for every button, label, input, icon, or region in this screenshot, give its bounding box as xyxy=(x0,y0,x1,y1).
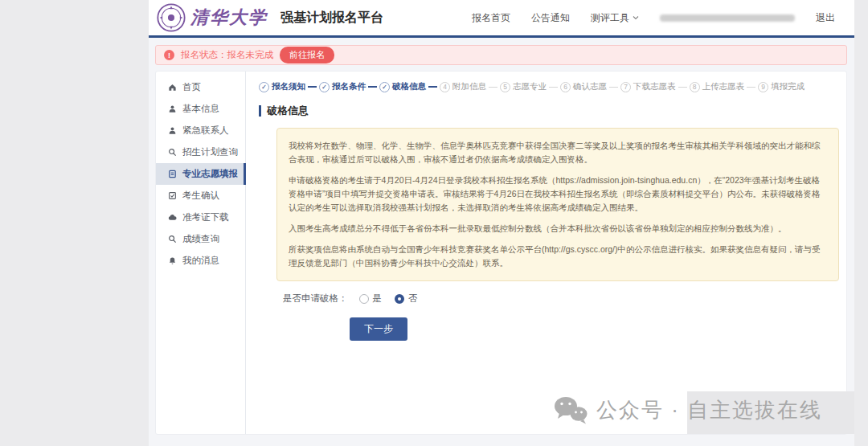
nav-assessment-tools[interactable]: 测评工具 xyxy=(591,11,639,25)
step-label: 破格信息 xyxy=(392,81,426,92)
step-8: 8上传志愿表 xyxy=(690,81,745,92)
step-label: 填报完成 xyxy=(771,81,805,92)
step-label: 志愿专业 xyxy=(513,81,547,92)
radio-unselected-icon[interactable] xyxy=(359,294,369,304)
step-connector xyxy=(308,86,317,88)
step-number: 6 xyxy=(560,82,571,92)
step-6: 6确认志愿 xyxy=(560,81,607,92)
step-9: 9填报完成 xyxy=(758,81,805,92)
step-connector xyxy=(428,86,437,88)
sidebar-item-emergency-contact[interactable]: 紧急联系人 xyxy=(156,120,245,141)
header-nav: 报名首页 公告通知 测评工具 退出 xyxy=(472,11,835,25)
user-name-redacted xyxy=(660,14,795,22)
step-label: 报名条件 xyxy=(332,81,366,92)
sidebar-item-label: 基本信息 xyxy=(182,103,219,115)
notice-paragraph: 申请破格资格的考生请于4月20日-4月24日登录我校本科招生报名系统（https… xyxy=(289,174,827,215)
step-connector xyxy=(489,87,497,88)
chevron-down-icon xyxy=(633,15,639,20)
sidebar-item-label: 考生确认 xyxy=(182,190,219,202)
section-title-bar xyxy=(259,105,261,117)
watermark-backdrop xyxy=(687,391,854,434)
platform-title: 强基计划报名平台 xyxy=(280,10,383,27)
radio-selected-icon[interactable] xyxy=(395,294,404,304)
step-1: ✓报名须知 xyxy=(259,81,305,92)
notice-box: 我校将对在数学、物理、化学、生物学、信息学奥林匹克竞赛中获得全国决赛二等奖及以上… xyxy=(276,128,839,281)
step-connector xyxy=(609,87,618,88)
sidebar-item-label: 紧急联系人 xyxy=(182,125,229,137)
radio-option-yes[interactable]: 是 xyxy=(359,293,383,305)
exception-question-row: 是否申请破格： 是 否 xyxy=(283,293,839,305)
step-4: 4附加信息 xyxy=(440,81,486,92)
step-number: 4 xyxy=(440,82,450,92)
sidebar-item-label: 首页 xyxy=(182,81,201,93)
section-title: 破格信息 xyxy=(259,104,839,118)
sidebar: 首页 基本信息 紧急联系人 招生计划查询 专业志愿填报 考生确认 xyxy=(156,72,246,434)
sidebar-item-ticket-download[interactable]: 准考证下载 xyxy=(156,207,245,228)
sidebar-item-home[interactable]: 首页 xyxy=(156,76,245,98)
radio-option-no[interactable]: 否 xyxy=(395,293,418,305)
sidebar-item-label: 专业志愿填报 xyxy=(182,168,238,180)
search-icon xyxy=(168,235,177,243)
step-2: ✓报名条件 xyxy=(319,81,366,92)
alert-icon xyxy=(164,50,174,60)
step-label: 报名须知 xyxy=(272,81,305,92)
sidebar-item-basic-info[interactable]: 基本信息 xyxy=(156,98,245,120)
notice-paragraph: 我校将对在数学、物理、化学、生物学、信息学奥林匹克竞赛中获得全国决赛二等奖及以上… xyxy=(289,139,827,166)
step-connector xyxy=(747,87,755,88)
nav-announcements[interactable]: 公告通知 xyxy=(531,11,570,25)
radio-group: 是 否 xyxy=(359,293,418,305)
step-check-icon: ✓ xyxy=(379,82,390,92)
step-label: 下载志愿表 xyxy=(633,81,676,92)
page-background: 清华大学 强基计划报名平台 报名首页 公告通知 测评工具 退出 报名状态：报名未… xyxy=(0,0,868,446)
step-connector xyxy=(368,86,377,88)
university-name: 清华大学 xyxy=(190,6,268,30)
sidebar-item-candidate-confirm[interactable]: 考生确认 xyxy=(156,185,245,207)
step-5: 5志愿专业 xyxy=(500,81,547,92)
step-number: 8 xyxy=(690,82,700,92)
bell-icon xyxy=(168,256,177,265)
sidebar-item-label: 成绩查询 xyxy=(182,233,219,245)
step-7: 7下载志愿表 xyxy=(620,81,676,92)
alert-status-text: 报名状态：报名未完成 xyxy=(181,49,273,61)
nav-registration-home[interactable]: 报名首页 xyxy=(472,11,510,25)
notice-paragraph: 所获奖项信息将由系统自动与全国青少年科技竞赛获奖名单公示平台(http://gs… xyxy=(289,243,827,270)
sidebar-item-admission-plan-query[interactable]: 招生计划查询 xyxy=(156,141,245,163)
content-area: ✓报名须知 ✓报名条件 ✓破格信息 4附加信息 5志愿专业 6确认志愿 7下载志… xyxy=(246,72,852,434)
search-icon xyxy=(168,148,177,157)
go-register-button[interactable]: 前往报名 xyxy=(280,47,334,63)
step-connector xyxy=(549,87,558,88)
sidebar-item-label: 招生计划查询 xyxy=(182,146,238,158)
step-number: 7 xyxy=(620,82,631,92)
header: 清华大学 强基计划报名平台 报名首页 公告通知 测评工具 退出 xyxy=(149,0,854,38)
nav-logout[interactable]: 退出 xyxy=(816,11,835,25)
user-icon xyxy=(168,126,177,135)
registration-status-alert: 报名状态：报名未完成 前往报名 xyxy=(155,45,847,65)
step-connector xyxy=(678,87,687,88)
step-label: 附加信息 xyxy=(452,81,486,92)
question-label: 是否申请破格： xyxy=(283,293,348,305)
section-title-text: 破格信息 xyxy=(267,104,309,118)
check-square-icon xyxy=(168,191,177,200)
sidebar-item-major-preference[interactable]: 专业志愿填报 xyxy=(156,163,245,185)
step-wizard: ✓报名须知 ✓报名条件 ✓破格信息 4附加信息 5志愿专业 6确认志愿 7下载志… xyxy=(259,81,839,92)
home-icon xyxy=(168,83,177,92)
sidebar-item-score-query[interactable]: 成绩查询 xyxy=(156,228,245,250)
cloud-download-icon xyxy=(168,213,177,222)
main-card: 首页 基本信息 紧急联系人 招生计划查询 专业志愿填报 考生确认 xyxy=(155,71,847,435)
step-label: 上传志愿表 xyxy=(702,81,745,92)
step-3: ✓破格信息 xyxy=(379,81,426,92)
step-number: 9 xyxy=(758,82,768,92)
sidebar-item-label: 我的消息 xyxy=(182,255,219,267)
step-label: 确认志愿 xyxy=(573,81,607,92)
notice-paragraph: 入围考生高考成绩总分不得低于各省份本科一批录取最低控制分数线（合并本科批次省份以… xyxy=(289,222,827,235)
sidebar-item-my-messages[interactable]: 我的消息 xyxy=(156,250,245,272)
radio-label: 是 xyxy=(373,293,383,305)
step-check-icon: ✓ xyxy=(319,82,330,92)
step-check-icon: ✓ xyxy=(259,82,269,92)
next-step-button[interactable]: 下一步 xyxy=(350,317,407,341)
step-number: 5 xyxy=(500,82,510,92)
clipboard-icon xyxy=(168,170,177,178)
user-icon xyxy=(168,104,177,113)
nav-assessment-tools-label: 测评工具 xyxy=(591,11,629,25)
radio-label: 否 xyxy=(408,293,418,305)
